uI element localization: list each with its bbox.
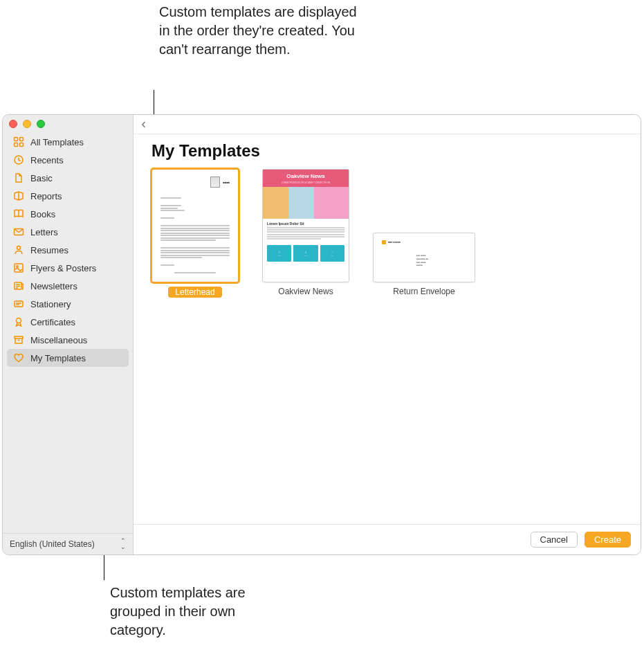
template-label: Return Envelope	[393, 287, 454, 296]
main-content: My Templates ■■■■	[134, 115, 641, 554]
template-grid: ■■■■	[134, 169, 641, 298]
sidebar-item-my-templates[interactable]: My Templates	[7, 349, 129, 367]
sidebar-item-label: Certificates	[30, 317, 75, 327]
chevron-updown-icon: ⌃⌄	[120, 538, 126, 550]
callout-top: Custom templates are displayed in the or…	[159, 3, 367, 59]
person-icon	[12, 244, 25, 256]
sidebar-item-miscellaneous[interactable]: Miscellaneous	[7, 331, 129, 349]
sidebar-item-label: All Templates	[30, 137, 84, 147]
template-letterhead[interactable]: ■■■■	[151, 169, 239, 298]
sidebar-item-label: Newsletters	[30, 281, 77, 291]
template-chooser-window: All Templates Recents Basic Reports Book…	[2, 114, 641, 555]
sidebar-item-reports[interactable]: Reports	[7, 187, 129, 205]
language-selector[interactable]: English (United States) ⌃⌄	[3, 533, 133, 554]
sidebar-item-books[interactable]: Books	[7, 205, 129, 223]
newsletter-banner: Oakview News	[263, 170, 349, 181]
sidebar-item-letters[interactable]: Letters	[7, 223, 129, 241]
callout-bottom: Custom templates are grouped in their ow…	[110, 584, 290, 640]
reports-icon	[12, 190, 25, 202]
svg-rect-3	[20, 143, 24, 147]
create-button[interactable]: Create	[585, 532, 631, 548]
language-label: English (United States)	[10, 539, 95, 549]
page-title: My Templates	[134, 134, 641, 169]
sidebar-item-label: Basic	[30, 173, 53, 183]
sidebar-item-all-templates[interactable]: All Templates	[7, 133, 129, 151]
ribbon-icon	[12, 316, 25, 328]
template-thumbnail: ■■■■	[151, 169, 239, 282]
sidebar-item-label: Stationery	[30, 299, 71, 309]
cancel-button[interactable]: Cancel	[531, 532, 578, 548]
sidebar-item-basic[interactable]: Basic	[7, 169, 129, 187]
zoom-icon[interactable]	[37, 120, 45, 128]
sidebar-item-label: Books	[30, 209, 55, 219]
svg-point-11	[17, 318, 21, 323]
sidebar-item-flyers-posters[interactable]: Flyers & Posters	[7, 259, 129, 277]
template-thumbnail: ■■■ ■■■■■ ■■■ ■■■■■■■■■■■ ■■■■■ ■■■■■■■■…	[373, 233, 475, 282]
sidebar-item-label: Recents	[30, 155, 64, 165]
svg-rect-12	[15, 336, 23, 338]
template-label: Oakview News	[278, 287, 333, 296]
sidebar-item-label: Reports	[30, 191, 62, 201]
sidebar-item-label: My Templates	[30, 353, 86, 363]
newspaper-icon	[12, 280, 25, 292]
document-icon	[12, 172, 25, 184]
collapse-sidebar-button[interactable]	[138, 118, 150, 131]
template-oakview-news[interactable]: Oakview News LOREM IPSUM DOLOR SIT AMET …	[262, 169, 349, 296]
grid-icon	[12, 136, 25, 148]
sidebar-item-stationery[interactable]: Stationery	[7, 295, 129, 313]
svg-rect-0	[15, 138, 18, 141]
sidebar-item-newsletters[interactable]: Newsletters	[7, 277, 129, 295]
archivebox-icon	[12, 334, 25, 346]
sidebar-item-label: Letters	[30, 227, 58, 237]
heart-icon	[12, 352, 25, 364]
book-icon	[12, 208, 25, 220]
main-toolbar	[134, 115, 641, 134]
svg-rect-10	[15, 301, 23, 307]
sidebar-item-certificates[interactable]: Certificates	[7, 313, 129, 331]
sidebar-item-label: Miscellaneous	[30, 335, 87, 345]
minimize-icon[interactable]	[23, 120, 31, 128]
template-thumbnail: Oakview News LOREM IPSUM DOLOR SIT AMET …	[262, 169, 349, 282]
svg-rect-7	[15, 264, 23, 272]
picture-icon	[12, 262, 25, 274]
svg-rect-2	[15, 143, 18, 147]
sidebar-item-label: Flyers & Posters	[30, 263, 96, 273]
card-icon	[12, 298, 25, 310]
svg-point-8	[17, 266, 18, 267]
svg-point-6	[17, 246, 21, 250]
sidebar-item-resumes[interactable]: Resumes	[7, 241, 129, 259]
template-label: Letterhead	[168, 287, 221, 298]
close-icon[interactable]	[9, 120, 17, 128]
svg-rect-1	[20, 138, 24, 141]
envelope-icon	[12, 226, 25, 238]
footer: Cancel Create	[134, 524, 641, 554]
sidebar-list: All Templates Recents Basic Reports Book…	[3, 130, 133, 533]
sidebar-item-recents[interactable]: Recents	[7, 151, 129, 169]
clock-icon	[12, 154, 25, 166]
sidebar: All Templates Recents Basic Reports Book…	[3, 115, 134, 554]
window-titlebar	[3, 115, 133, 130]
template-return-envelope[interactable]: ■■■ ■■■■■ ■■■ ■■■■■■■■■■■ ■■■■■ ■■■■■■■■…	[373, 169, 475, 296]
sidebar-item-label: Resumes	[30, 245, 68, 255]
